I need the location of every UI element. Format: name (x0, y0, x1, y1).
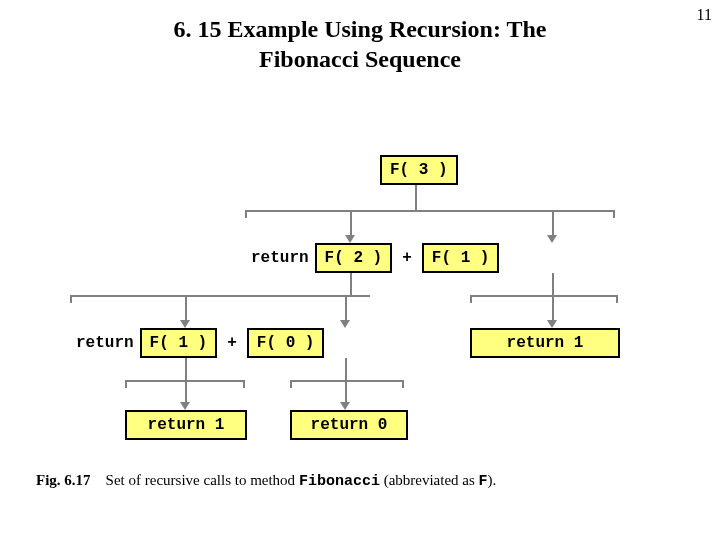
box-return1-right: return 1 (470, 328, 620, 358)
conn-l1-drop-left (350, 210, 352, 235)
plus-l2: + (217, 334, 247, 352)
caption-mono-2: F (479, 473, 488, 490)
tick-l3r-right (402, 380, 404, 388)
conn-f1r-down (552, 273, 554, 295)
arrow-l1-left (345, 235, 355, 243)
tick-l1-rightend (613, 210, 615, 218)
conn-l1-hbar (245, 210, 615, 212)
caption-mono-1: Fibonacci (299, 473, 380, 490)
conn-l1-drop-right (552, 210, 554, 235)
caption-tail: ). (488, 472, 497, 488)
tick-l3l-right (243, 380, 245, 388)
arrow-r1 (547, 320, 557, 328)
node-return0: return 0 (290, 410, 408, 440)
box-f2: F( 2 ) (315, 243, 393, 273)
caption-text-before: Set of recursive calls to method (106, 472, 299, 488)
conn-f1l-down (185, 358, 187, 380)
plus-l1: + (392, 249, 422, 267)
conn-l3l-drop (185, 380, 187, 402)
node-return1-right: return 1 (470, 328, 620, 358)
conn-l3r-drop (345, 380, 347, 402)
conn-l3r-hbar (290, 380, 404, 382)
conn-f2-down (350, 273, 352, 295)
node-level1: return F( 2 ) + F( 1 ) (245, 243, 499, 273)
tick-l3r-left (290, 380, 292, 388)
arrow-l2-left (180, 320, 190, 328)
tick-l1-leftend (245, 210, 247, 218)
box-f1-right: F( 1 ) (422, 243, 500, 273)
conn-r1-drop (552, 295, 554, 320)
box-f0: F( 0 ) (247, 328, 325, 358)
diagram-stage: F( 3 ) return F( 2 ) + F( 1 ) return F( … (0, 0, 720, 540)
arrow-l1-right (547, 235, 557, 243)
node-level2-left: return F( 1 ) + F( 0 ) (70, 328, 324, 358)
box-f3: F( 3 ) (380, 155, 458, 185)
arrow-l3r (340, 402, 350, 410)
box-f1-left: F( 1 ) (140, 328, 218, 358)
caption-fignum: Fig. 6.17 (36, 472, 91, 488)
tick-r1-right (616, 295, 618, 303)
node-return1-left: return 1 (125, 410, 247, 440)
figure-caption: Fig. 6.17 Set of recursive calls to meth… (36, 472, 496, 490)
conn-f3-down (415, 185, 417, 210)
tick-l3l-left (125, 380, 127, 388)
label-return-l2: return (70, 334, 140, 352)
conn-l2-drop-right (345, 295, 347, 320)
caption-text-after: (abbreviated as (380, 472, 479, 488)
conn-r1-hbar (470, 295, 618, 297)
arrow-l2-right (340, 320, 350, 328)
box-return1-left: return 1 (125, 410, 247, 440)
box-return0: return 0 (290, 410, 408, 440)
conn-l2-hbar (70, 295, 370, 297)
tick-l2-leftend (70, 295, 72, 303)
label-return-l1: return (245, 249, 315, 267)
node-f3: F( 3 ) (380, 155, 458, 185)
arrow-l3l (180, 402, 190, 410)
tick-r1-left (470, 295, 472, 303)
conn-l2-drop-left (185, 295, 187, 320)
conn-f0-down (345, 358, 347, 380)
